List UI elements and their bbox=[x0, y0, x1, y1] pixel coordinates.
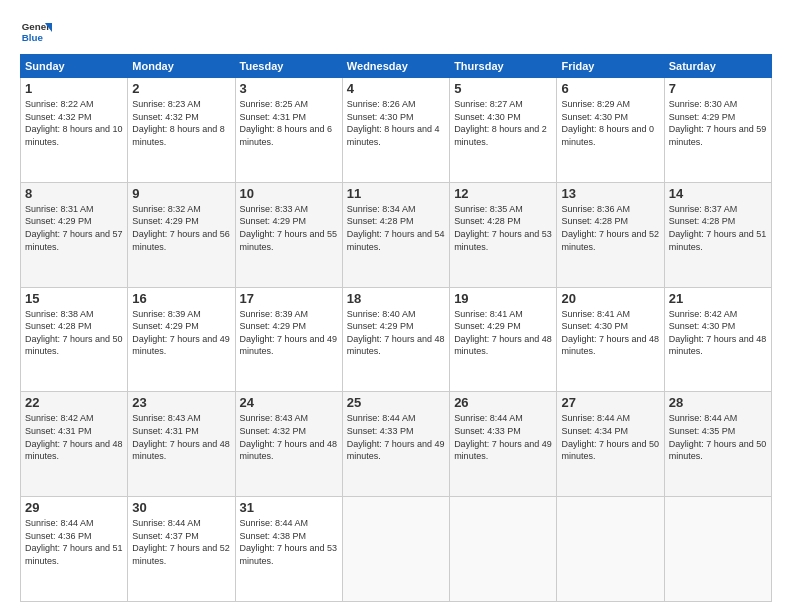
table-row: 8 Sunrise: 8:31 AMSunset: 4:29 PMDayligh… bbox=[21, 182, 128, 287]
day-number: 15 bbox=[25, 291, 123, 306]
day-number: 19 bbox=[454, 291, 552, 306]
day-number: 25 bbox=[347, 395, 445, 410]
table-row: 9 Sunrise: 8:32 AMSunset: 4:29 PMDayligh… bbox=[128, 182, 235, 287]
cell-text: Sunrise: 8:41 AMSunset: 4:30 PMDaylight:… bbox=[561, 309, 659, 357]
table-row: 18 Sunrise: 8:40 AMSunset: 4:29 PMDaylig… bbox=[342, 287, 449, 392]
cell-text: Sunrise: 8:30 AMSunset: 4:29 PMDaylight:… bbox=[669, 99, 767, 147]
cell-text: Sunrise: 8:31 AMSunset: 4:29 PMDaylight:… bbox=[25, 204, 123, 252]
cell-text: Sunrise: 8:33 AMSunset: 4:29 PMDaylight:… bbox=[240, 204, 338, 252]
day-number: 18 bbox=[347, 291, 445, 306]
table-row: 25 Sunrise: 8:44 AMSunset: 4:33 PMDaylig… bbox=[342, 392, 449, 497]
table-row: 5 Sunrise: 8:27 AMSunset: 4:30 PMDayligh… bbox=[450, 78, 557, 183]
header-tuesday: Tuesday bbox=[235, 55, 342, 78]
page: General Blue Sunday Monday Tuesday Wedne… bbox=[0, 0, 792, 612]
calendar-week-row: 29 Sunrise: 8:44 AMSunset: 4:36 PMDaylig… bbox=[21, 497, 772, 602]
cell-text: Sunrise: 8:32 AMSunset: 4:29 PMDaylight:… bbox=[132, 204, 230, 252]
calendar-week-row: 22 Sunrise: 8:42 AMSunset: 4:31 PMDaylig… bbox=[21, 392, 772, 497]
table-row bbox=[450, 497, 557, 602]
day-number: 2 bbox=[132, 81, 230, 96]
weekday-header-row: Sunday Monday Tuesday Wednesday Thursday… bbox=[21, 55, 772, 78]
header: General Blue bbox=[20, 16, 772, 48]
svg-text:General: General bbox=[22, 21, 52, 32]
day-number: 8 bbox=[25, 186, 123, 201]
table-row bbox=[557, 497, 664, 602]
logo-icon: General Blue bbox=[20, 16, 52, 48]
day-number: 9 bbox=[132, 186, 230, 201]
calendar-body: 1 Sunrise: 8:22 AMSunset: 4:32 PMDayligh… bbox=[21, 78, 772, 602]
header-sunday: Sunday bbox=[21, 55, 128, 78]
table-row: 16 Sunrise: 8:39 AMSunset: 4:29 PMDaylig… bbox=[128, 287, 235, 392]
table-row: 13 Sunrise: 8:36 AMSunset: 4:28 PMDaylig… bbox=[557, 182, 664, 287]
table-row: 15 Sunrise: 8:38 AMSunset: 4:28 PMDaylig… bbox=[21, 287, 128, 392]
day-number: 17 bbox=[240, 291, 338, 306]
cell-text: Sunrise: 8:29 AMSunset: 4:30 PMDaylight:… bbox=[561, 99, 654, 147]
day-number: 22 bbox=[25, 395, 123, 410]
table-row: 10 Sunrise: 8:33 AMSunset: 4:29 PMDaylig… bbox=[235, 182, 342, 287]
table-row: 27 Sunrise: 8:44 AMSunset: 4:34 PMDaylig… bbox=[557, 392, 664, 497]
day-number: 27 bbox=[561, 395, 659, 410]
day-number: 29 bbox=[25, 500, 123, 515]
table-row: 3 Sunrise: 8:25 AMSunset: 4:31 PMDayligh… bbox=[235, 78, 342, 183]
table-row: 21 Sunrise: 8:42 AMSunset: 4:30 PMDaylig… bbox=[664, 287, 771, 392]
cell-text: Sunrise: 8:38 AMSunset: 4:28 PMDaylight:… bbox=[25, 309, 123, 357]
cell-text: Sunrise: 8:34 AMSunset: 4:28 PMDaylight:… bbox=[347, 204, 445, 252]
table-row: 4 Sunrise: 8:26 AMSunset: 4:30 PMDayligh… bbox=[342, 78, 449, 183]
calendar-header: Sunday Monday Tuesday Wednesday Thursday… bbox=[21, 55, 772, 78]
day-number: 14 bbox=[669, 186, 767, 201]
table-row: 11 Sunrise: 8:34 AMSunset: 4:28 PMDaylig… bbox=[342, 182, 449, 287]
day-number: 1 bbox=[25, 81, 123, 96]
table-row: 20 Sunrise: 8:41 AMSunset: 4:30 PMDaylig… bbox=[557, 287, 664, 392]
table-row: 14 Sunrise: 8:37 AMSunset: 4:28 PMDaylig… bbox=[664, 182, 771, 287]
day-number: 20 bbox=[561, 291, 659, 306]
day-number: 24 bbox=[240, 395, 338, 410]
day-number: 23 bbox=[132, 395, 230, 410]
table-row: 12 Sunrise: 8:35 AMSunset: 4:28 PMDaylig… bbox=[450, 182, 557, 287]
calendar: Sunday Monday Tuesday Wednesday Thursday… bbox=[20, 54, 772, 602]
calendar-week-row: 1 Sunrise: 8:22 AMSunset: 4:32 PMDayligh… bbox=[21, 78, 772, 183]
day-number: 4 bbox=[347, 81, 445, 96]
table-row: 28 Sunrise: 8:44 AMSunset: 4:35 PMDaylig… bbox=[664, 392, 771, 497]
cell-text: Sunrise: 8:40 AMSunset: 4:29 PMDaylight:… bbox=[347, 309, 445, 357]
table-row: 30 Sunrise: 8:44 AMSunset: 4:37 PMDaylig… bbox=[128, 497, 235, 602]
calendar-week-row: 15 Sunrise: 8:38 AMSunset: 4:28 PMDaylig… bbox=[21, 287, 772, 392]
day-number: 21 bbox=[669, 291, 767, 306]
cell-text: Sunrise: 8:44 AMSunset: 4:37 PMDaylight:… bbox=[132, 518, 230, 566]
cell-text: Sunrise: 8:39 AMSunset: 4:29 PMDaylight:… bbox=[240, 309, 338, 357]
cell-text: Sunrise: 8:26 AMSunset: 4:30 PMDaylight:… bbox=[347, 99, 440, 147]
cell-text: Sunrise: 8:44 AMSunset: 4:35 PMDaylight:… bbox=[669, 413, 767, 461]
table-row: 19 Sunrise: 8:41 AMSunset: 4:29 PMDaylig… bbox=[450, 287, 557, 392]
table-row: 31 Sunrise: 8:44 AMSunset: 4:38 PMDaylig… bbox=[235, 497, 342, 602]
day-number: 13 bbox=[561, 186, 659, 201]
cell-text: Sunrise: 8:43 AMSunset: 4:32 PMDaylight:… bbox=[240, 413, 338, 461]
day-number: 11 bbox=[347, 186, 445, 201]
cell-text: Sunrise: 8:44 AMSunset: 4:34 PMDaylight:… bbox=[561, 413, 659, 461]
table-row: 2 Sunrise: 8:23 AMSunset: 4:32 PMDayligh… bbox=[128, 78, 235, 183]
table-row: 1 Sunrise: 8:22 AMSunset: 4:32 PMDayligh… bbox=[21, 78, 128, 183]
cell-text: Sunrise: 8:23 AMSunset: 4:32 PMDaylight:… bbox=[132, 99, 225, 147]
svg-text:Blue: Blue bbox=[22, 32, 44, 43]
cell-text: Sunrise: 8:35 AMSunset: 4:28 PMDaylight:… bbox=[454, 204, 552, 252]
table-row: 22 Sunrise: 8:42 AMSunset: 4:31 PMDaylig… bbox=[21, 392, 128, 497]
cell-text: Sunrise: 8:44 AMSunset: 4:36 PMDaylight:… bbox=[25, 518, 123, 566]
table-row: 24 Sunrise: 8:43 AMSunset: 4:32 PMDaylig… bbox=[235, 392, 342, 497]
cell-text: Sunrise: 8:42 AMSunset: 4:31 PMDaylight:… bbox=[25, 413, 123, 461]
day-number: 3 bbox=[240, 81, 338, 96]
table-row: 6 Sunrise: 8:29 AMSunset: 4:30 PMDayligh… bbox=[557, 78, 664, 183]
cell-text: Sunrise: 8:42 AMSunset: 4:30 PMDaylight:… bbox=[669, 309, 767, 357]
cell-text: Sunrise: 8:25 AMSunset: 4:31 PMDaylight:… bbox=[240, 99, 333, 147]
cell-text: Sunrise: 8:36 AMSunset: 4:28 PMDaylight:… bbox=[561, 204, 659, 252]
day-number: 30 bbox=[132, 500, 230, 515]
cell-text: Sunrise: 8:39 AMSunset: 4:29 PMDaylight:… bbox=[132, 309, 230, 357]
cell-text: Sunrise: 8:44 AMSunset: 4:33 PMDaylight:… bbox=[454, 413, 552, 461]
cell-text: Sunrise: 8:27 AMSunset: 4:30 PMDaylight:… bbox=[454, 99, 547, 147]
cell-text: Sunrise: 8:43 AMSunset: 4:31 PMDaylight:… bbox=[132, 413, 230, 461]
logo: General Blue bbox=[20, 16, 52, 48]
cell-text: Sunrise: 8:44 AMSunset: 4:33 PMDaylight:… bbox=[347, 413, 445, 461]
header-thursday: Thursday bbox=[450, 55, 557, 78]
header-monday: Monday bbox=[128, 55, 235, 78]
day-number: 10 bbox=[240, 186, 338, 201]
day-number: 6 bbox=[561, 81, 659, 96]
cell-text: Sunrise: 8:22 AMSunset: 4:32 PMDaylight:… bbox=[25, 99, 123, 147]
table-row: 23 Sunrise: 8:43 AMSunset: 4:31 PMDaylig… bbox=[128, 392, 235, 497]
day-number: 28 bbox=[669, 395, 767, 410]
